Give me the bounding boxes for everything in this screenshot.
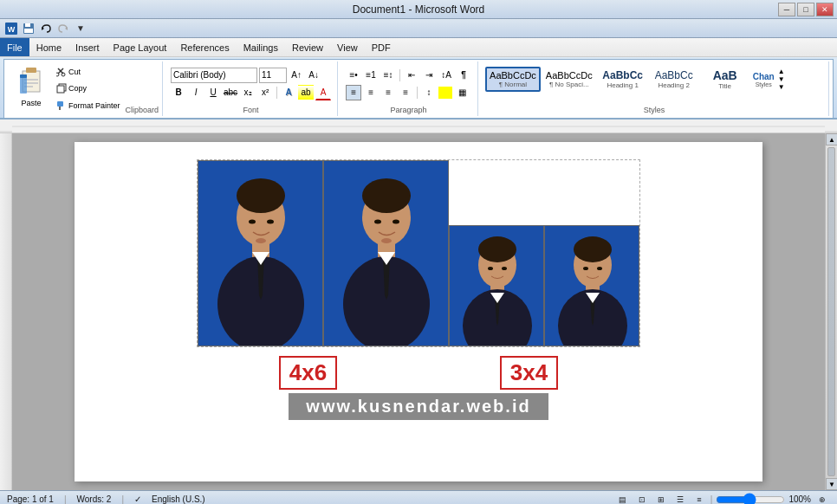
align-center-button[interactable]: ≡ <box>363 85 379 100</box>
border-button[interactable]: ▦ <box>454 85 470 100</box>
style-heading1-preview: AaBbCc <box>602 69 643 81</box>
draft-view-button[interactable]: ≡ <box>691 494 707 505</box>
photo-large-1 <box>198 160 323 346</box>
font-name-input[interactable] <box>171 68 257 83</box>
menu-bar: File Home Insert Page Layout References … <box>0 38 837 57</box>
numbered-list-button[interactable]: ≡1 <box>363 68 379 83</box>
menu-references[interactable]: References <box>173 38 236 56</box>
shading-button[interactable] <box>438 87 452 99</box>
print-layout-view-button[interactable]: ▤ <box>615 494 631 505</box>
underline-button[interactable]: U <box>205 85 221 100</box>
decrease-font-button[interactable]: A↓ <box>306 68 321 83</box>
strikethrough-button[interactable]: abc <box>223 85 238 100</box>
paste-label: Paste <box>21 99 41 107</box>
style-change-styles[interactable]: Chan Styles <box>751 70 776 89</box>
decrease-indent-button[interactable]: ⇤ <box>404 68 419 83</box>
multilevel-list-button[interactable]: ≡↕ <box>380 68 396 83</box>
zoom-in-button[interactable]: ⊕ <box>814 494 830 505</box>
menu-review[interactable]: Review <box>285 38 330 56</box>
align-right-button[interactable]: ≡ <box>380 85 396 100</box>
menu-page-layout[interactable]: Page Layout <box>107 38 174 56</box>
spell-check-icon[interactable]: ✓ <box>134 494 141 504</box>
vertical-scrollbar[interactable]: ▲ ▼ <box>825 133 837 490</box>
menu-home[interactable]: Home <box>29 38 68 56</box>
styles-scroll-down[interactable]: ▼ <box>778 75 785 83</box>
vertical-ruler <box>0 133 12 490</box>
scroll-down-button[interactable]: ▼ <box>826 478 837 490</box>
status-left: Page: 1 of 1 | Words: 2 | ✓ English (U.S… <box>7 494 205 504</box>
size-labels-row: 4x6 3x4 <box>198 347 639 393</box>
menu-file[interactable]: File <box>0 38 29 56</box>
save-quick-button[interactable] <box>21 21 36 36</box>
menu-pdf[interactable]: PDF <box>365 38 398 56</box>
svg-text:W: W <box>8 25 16 34</box>
style-heading1-button[interactable]: AaBbCc Heading 1 <box>598 66 648 93</box>
svg-point-49 <box>381 238 392 243</box>
paragraph-group: ≡• ≡1 ≡↕ ⇤ ⇥ ↕A ¶ ≡ ≡ ≡ ≡ ↕ ▦ <box>340 61 478 116</box>
menu-mailings[interactable]: Mailings <box>237 38 285 56</box>
zoom-slider[interactable] <box>716 495 785 504</box>
text-effects-button[interactable]: A <box>281 85 296 100</box>
maximize-button[interactable]: □ <box>797 3 814 16</box>
redo-quick-button[interactable] <box>55 21 71 36</box>
photo-large-2-svg <box>324 161 449 346</box>
photo-empty-placeholder <box>449 160 639 225</box>
font-size-input[interactable] <box>259 68 287 83</box>
bold-button[interactable]: B <box>171 85 186 100</box>
cut-button[interactable]: Cut <box>53 65 124 79</box>
style-heading2-preview: AaBbCc <box>655 69 693 81</box>
menu-insert[interactable]: Insert <box>68 38 107 56</box>
subscript-button[interactable]: x₂ <box>240 85 256 100</box>
style-title-button[interactable]: AaB Title <box>700 65 750 94</box>
increase-indent-button[interactable]: ⇥ <box>421 68 437 83</box>
text-highlight-button[interactable]: ab <box>298 85 314 100</box>
increase-font-button[interactable]: A↑ <box>289 68 304 83</box>
clipboard-group: Paste Cut Copy <box>8 61 163 116</box>
minimize-button[interactable]: ─ <box>778 3 795 16</box>
menu-view[interactable]: View <box>330 38 365 56</box>
full-screen-view-button[interactable]: ⊡ <box>634 494 650 505</box>
font-color-button[interactable]: A <box>315 85 331 100</box>
photo-right-group <box>449 160 639 346</box>
svg-rect-3 <box>25 23 30 27</box>
styles-scroll-up[interactable]: ▲ <box>778 68 785 75</box>
customize-qa-button[interactable]: ▼ <box>73 21 88 36</box>
style-no-spacing-preview: AaBbCcDc <box>546 70 593 81</box>
format-painter-button[interactable]: Format Painter <box>53 99 124 113</box>
horizontal-ruler <box>0 120 837 133</box>
scroll-thumb[interactable] <box>827 147 835 476</box>
superscript-button[interactable]: x² <box>257 85 273 100</box>
justify-button[interactable]: ≡ <box>398 85 413 100</box>
style-heading2-button[interactable]: AaBbCc Heading 2 <box>649 66 699 93</box>
page-container[interactable]: 4x6 3x4 www.kusnendar.web.id <box>12 133 825 490</box>
align-left-button[interactable]: ≡ <box>346 85 361 100</box>
show-formatting-button[interactable]: ¶ <box>456 68 471 83</box>
svg-point-40 <box>362 178 411 213</box>
sort-button[interactable]: ↕A <box>438 68 454 83</box>
svg-rect-24 <box>825 131 837 133</box>
italic-button[interactable]: I <box>188 85 204 100</box>
svg-rect-20 <box>57 101 63 107</box>
style-no-spacing-button[interactable]: AaBbCcDc ¶ No Spaci... <box>542 67 597 92</box>
align-buttons-row: ≡ ≡ ≡ ≡ ↕ ▦ <box>346 85 470 100</box>
close-button[interactable]: ✕ <box>816 3 834 16</box>
svg-rect-19 <box>57 86 64 93</box>
svg-point-60 <box>502 267 507 270</box>
scroll-up-button[interactable]: ▲ <box>826 133 837 145</box>
line-spacing-button[interactable]: ↕ <box>421 85 437 100</box>
cut-label: Cut <box>68 68 81 76</box>
web-layout-view-button[interactable]: ⊞ <box>653 494 669 505</box>
copy-button[interactable]: Copy <box>53 81 124 95</box>
bullet-list-button[interactable]: ≡• <box>346 68 361 83</box>
zoom-level: 100% <box>788 494 811 504</box>
undo-quick-button[interactable] <box>38 21 54 36</box>
svg-rect-4 <box>24 29 33 33</box>
outline-view-button[interactable]: ☰ <box>672 494 688 505</box>
paste-button[interactable]: Paste <box>11 63 51 114</box>
svg-rect-21 <box>59 107 61 110</box>
photo-small-2 <box>544 225 639 346</box>
label-4x6: 4x6 <box>279 356 337 390</box>
styles-expand[interactable]: ▼ <box>778 83 785 91</box>
style-normal-button[interactable]: AaBbCcDc ¶ Normal <box>485 67 541 92</box>
svg-point-59 <box>488 267 493 270</box>
